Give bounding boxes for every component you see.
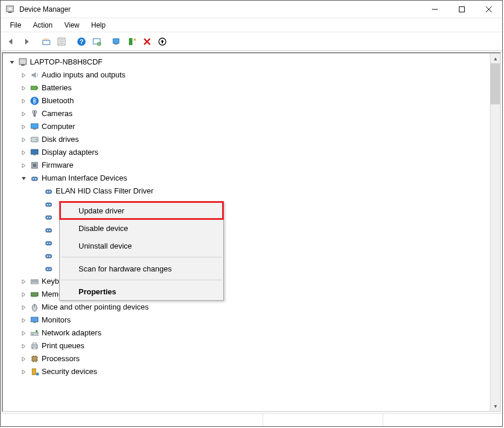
context-scan-hardware[interactable]: Scan for hardware changes	[60, 260, 223, 277]
tree-category-node[interactable]: Security devices	[5, 365, 500, 378]
svg-point-44	[49, 204, 50, 205]
chevron-down-icon[interactable]	[19, 174, 28, 182]
svg-rect-32	[31, 150, 38, 154]
svg-point-50	[49, 230, 50, 231]
context-update-driver[interactable]: Update driver	[60, 202, 223, 219]
tree-root-node[interactable]: LAPTOP-NB8H8CDF	[5, 56, 500, 69]
update-driver-button[interactable]	[125, 35, 139, 49]
chevron-right-icon[interactable]	[19, 303, 28, 311]
chevron-right-icon[interactable]	[19, 84, 28, 92]
svg-point-73	[32, 334, 33, 335]
svg-rect-29	[33, 128, 36, 130]
maximize-button[interactable]	[448, 1, 475, 18]
scan-hardware-button[interactable]	[90, 35, 104, 49]
svg-point-46	[47, 217, 48, 218]
tree-category-node[interactable]: Disk drives	[5, 133, 500, 146]
svg-point-58	[47, 269, 48, 270]
menu-file[interactable]: File	[4, 19, 27, 31]
context-uninstall-device[interactable]: Uninstall device	[60, 237, 223, 254]
monitor-icon	[30, 315, 39, 325]
tree-node-label: Print queues	[42, 339, 84, 352]
tree-category-node[interactable]: Network adapters	[5, 327, 500, 339]
svg-rect-23	[37, 87, 38, 89]
tree-category-node[interactable]: Bluetooth	[5, 94, 500, 107]
chevron-right-icon[interactable]	[19, 161, 28, 169]
tree-category-node[interactable]: Human Interface Devices	[5, 172, 500, 185]
app-icon	[5, 5, 15, 14]
svg-rect-20	[19, 59, 26, 64]
chevron-down-icon[interactable]	[8, 58, 16, 66]
close-button[interactable]	[475, 1, 502, 18]
chevron-right-icon[interactable]	[19, 355, 28, 363]
uninstall-device-button[interactable]	[140, 35, 154, 49]
properties-button[interactable]	[55, 35, 69, 49]
printer-icon	[30, 341, 39, 351]
tree-node-label: Processors	[42, 352, 80, 365]
scroll-thumb[interactable]	[491, 63, 500, 104]
svg-rect-57	[46, 267, 52, 271]
chevron-right-icon[interactable]	[19, 123, 28, 131]
tree-category-node[interactable]: Cameras	[5, 107, 500, 120]
svg-point-38	[35, 178, 36, 179]
battery-icon	[30, 83, 39, 93]
memory-icon	[30, 290, 39, 299]
svg-rect-75	[33, 343, 36, 345]
minimize-button[interactable]	[421, 1, 448, 18]
chevron-right-icon[interactable]	[19, 135, 28, 144]
tree-node-label: Mice and other pointing devices	[42, 301, 149, 314]
svg-point-31	[36, 139, 37, 140]
tree-category-node[interactable]: Computer	[5, 120, 500, 133]
svg-rect-33	[33, 154, 36, 155]
svg-point-37	[33, 178, 34, 179]
scroll-down-icon[interactable]: ▾	[491, 401, 500, 411]
menu-view[interactable]: View	[59, 19, 86, 31]
hid-icon	[44, 264, 53, 273]
svg-point-26	[34, 111, 36, 113]
tree-category-node[interactable]: Batteries	[5, 81, 500, 94]
tree-category-node[interactable]: Mice and other pointing devices	[5, 301, 500, 314]
chevron-right-icon[interactable]	[19, 329, 28, 337]
no-expand	[33, 187, 42, 195]
vertical-scrollbar[interactable]: ▴ ▾	[490, 53, 500, 411]
chevron-right-icon[interactable]	[19, 97, 28, 105]
chevron-right-icon[interactable]	[19, 71, 28, 79]
tree-node-label: LAPTOP-NB8H8CDF	[30, 56, 103, 69]
hid-icon	[44, 225, 53, 235]
chevron-right-icon[interactable]	[19, 110, 28, 118]
no-expand	[33, 252, 42, 260]
svg-rect-22	[31, 86, 37, 90]
tree-node-label: Security devices	[42, 365, 97, 378]
chevron-right-icon[interactable]	[19, 290, 28, 298]
svg-rect-77	[32, 356, 37, 361]
chevron-right-icon[interactable]	[19, 368, 28, 376]
context-properties[interactable]: Properties	[60, 283, 223, 300]
svg-text:?: ?	[80, 38, 84, 45]
svg-point-59	[49, 269, 50, 270]
chevron-right-icon[interactable]	[19, 316, 28, 324]
help-button[interactable]: ?	[74, 35, 88, 49]
add-legacy-button[interactable]	[155, 35, 169, 49]
tree-category-node[interactable]: Monitors	[5, 314, 500, 327]
scroll-up-icon[interactable]: ▴	[491, 53, 500, 63]
menu-action[interactable]: Action	[27, 19, 58, 31]
chevron-right-icon[interactable]	[19, 148, 28, 157]
tree-category-node[interactable]: Firmware	[5, 159, 500, 172]
show-hidden-button[interactable]	[39, 35, 53, 49]
tree-category-node[interactable]: Display adapters	[5, 146, 500, 159]
context-disable-device[interactable]: Disable device	[60, 219, 223, 237]
svg-rect-71	[31, 332, 38, 335]
chevron-right-icon[interactable]	[19, 277, 28, 286]
no-expand	[33, 239, 42, 247]
tree-category-node[interactable]: Print queues	[5, 339, 500, 352]
svg-rect-54	[46, 254, 52, 258]
menu-help[interactable]: Help	[86, 19, 112, 31]
tree-category-node[interactable]: Processors	[5, 352, 500, 365]
back-button[interactable]	[4, 35, 18, 49]
tree-device-node[interactable]: ELAN HID Class Filter Driver	[5, 185, 500, 198]
svg-rect-39	[46, 190, 52, 193]
svg-rect-51	[46, 242, 52, 245]
enable-device-button[interactable]	[110, 35, 124, 49]
tree-category-node[interactable]: Audio inputs and outputs	[5, 69, 500, 81]
chevron-right-icon[interactable]	[19, 342, 28, 350]
forward-button[interactable]	[19, 35, 33, 49]
